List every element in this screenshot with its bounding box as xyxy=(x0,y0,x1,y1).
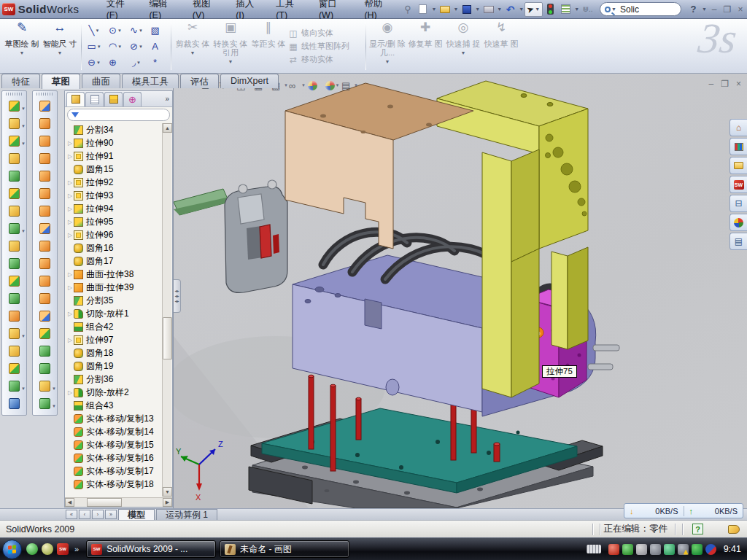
measure-icon[interactable]: ▼ xyxy=(2,394,26,412)
document-tab[interactable]: 运动算例 1 xyxy=(156,509,217,520)
helix-spiral-icon[interactable]: ▼ xyxy=(33,394,57,412)
part-sprue-insert[interactable] xyxy=(225,180,287,292)
sketch-fillet-icon[interactable]: ◞▼ xyxy=(126,55,147,71)
tab-nav-button[interactable]: ‹ xyxy=(79,510,90,519)
mirror-entities-button[interactable]: ◫镜向实体 xyxy=(287,27,363,40)
thicken-icon[interactable]: ▼ xyxy=(33,324,57,342)
sync-icon[interactable] xyxy=(664,544,675,555)
options-icon[interactable] xyxy=(558,2,573,16)
feature-tree-item[interactable]: ▷ 曲面-拉伸39 xyxy=(66,281,161,294)
feature-tree-item[interactable]: ▷ 圆角16 xyxy=(66,241,161,254)
network-warning-icon[interactable] xyxy=(678,544,689,555)
feature-tree-item[interactable]: ▷ 实体-移动/复制16 xyxy=(66,451,161,464)
scroll-up-icon[interactable]: ▲ xyxy=(163,123,172,133)
feature-tree-item[interactable]: ▷ 实体-移动/复制18 xyxy=(66,478,161,491)
graphics-viewport[interactable]: φ xyxy=(173,74,747,508)
dropdown-arrow-icon[interactable]: ▼ xyxy=(20,49,25,58)
tree-horizontal-scrollbar[interactable]: ◀ ▶ xyxy=(65,497,172,507)
expand-arrow-icon[interactable]: ▷ xyxy=(66,389,74,396)
start-button[interactable] xyxy=(2,540,22,559)
keyboard-layout-icon[interactable] xyxy=(587,545,601,553)
scroll-left-icon[interactable]: ◀ xyxy=(65,498,74,507)
part-top-clamp-plate[interactable] xyxy=(285,83,473,249)
feature-tree-item[interactable]: ▷ 曲面-拉伸38 xyxy=(66,268,161,281)
expand-arrow-icon[interactable]: ▷ xyxy=(66,219,74,225)
command-tab[interactable]: 模具工具 xyxy=(122,74,179,88)
feature-tree-item[interactable]: ▷ 拉伸92 xyxy=(66,176,161,189)
feature-tree-item[interactable]: ▷ 切除-放样1 xyxy=(66,307,161,320)
trim-entities-button[interactable]: ✂ 剪裁实 体 ▼ xyxy=(174,21,212,71)
helix-icon[interactable]: ▼ xyxy=(2,377,26,394)
point-icon[interactable]: *▼ xyxy=(147,55,169,71)
feature-tree-item[interactable]: ▷ 圆角18 xyxy=(66,346,161,359)
ellipse-icon[interactable]: ⊘▼ xyxy=(126,39,147,55)
view-palette-icon[interactable]: ⊟ xyxy=(729,195,747,212)
scroll-down-icon[interactable]: ▼ xyxy=(163,487,172,497)
smart-dimension-button[interactable]: ↔ 智能尺 寸 ▼ xyxy=(41,21,79,71)
featuremanager-tree-tab[interactable] xyxy=(66,92,85,106)
feature-tree-item[interactable]: ▷ 实体-移动/复制15 xyxy=(66,438,161,451)
open-icon[interactable] xyxy=(437,2,452,16)
shell-icon[interactable]: ▼ xyxy=(2,184,26,202)
search-dropdown-icon[interactable]: ▼ xyxy=(611,7,616,12)
volume-icon[interactable] xyxy=(650,544,661,555)
lofted-boss-icon[interactable]: ▼ xyxy=(2,167,26,184)
network-speed-widget[interactable]: ↓ 0KB/S ↑ 0KB/S xyxy=(624,503,743,518)
part-handle[interactable] xyxy=(174,189,229,215)
linear-pattern-icon[interactable]: ▼ xyxy=(2,219,26,237)
feature-tree-item[interactable]: ▷ 拉伸91 xyxy=(66,149,161,163)
boundary-surface-icon[interactable]: ▼ xyxy=(33,167,57,184)
expand-arrow-icon[interactable]: ▷ xyxy=(66,179,74,186)
offset-surface-icon[interactable]: ▼ xyxy=(33,184,57,202)
toolbar-gripper[interactable] xyxy=(36,93,53,96)
hole-wizard-icon[interactable]: ▼ xyxy=(2,202,26,219)
feature-tree-item[interactable]: ▷ 圆角19 xyxy=(66,359,161,373)
split-icon[interactable]: ▼ xyxy=(2,272,26,289)
pushpin-icon[interactable]: ⚲ xyxy=(400,2,415,16)
expand-arrow-icon[interactable]: ▷ xyxy=(66,140,74,147)
help-dropdown-icon[interactable]: ▼ xyxy=(702,7,707,12)
solidworks-resources-icon[interactable]: ⌂ xyxy=(729,119,747,136)
clock[interactable]: 9:41 xyxy=(724,544,741,554)
undo-dropdown-icon[interactable]: ▼ xyxy=(519,7,524,12)
save-icon[interactable] xyxy=(459,2,474,16)
lofted-surface-icon[interactable]: ▼ xyxy=(33,149,57,167)
feature-tree-item[interactable]: ▷ 实体-移动/复制14 xyxy=(66,425,161,438)
search-box[interactable]: ▼ Solic xyxy=(600,2,681,16)
dome-icon[interactable]: ▼ xyxy=(33,359,57,377)
repair-sketch-button[interactable]: ✚ 修复草 图 ▼ xyxy=(406,21,444,71)
messenger-icon[interactable] xyxy=(26,543,38,555)
extruded-cut-icon[interactable]: ▼ xyxy=(2,114,26,132)
doc-close-button[interactable]: × xyxy=(736,79,741,89)
expand-arrow-icon[interactable]: ▷ xyxy=(66,232,74,238)
messenger-status-icon[interactable] xyxy=(705,544,716,555)
extend-surface-icon[interactable]: ▼ xyxy=(33,237,57,254)
extruded-surface-icon[interactable]: ▼ xyxy=(33,132,57,149)
display-delete-relations-button[interactable]: ◉ 显示/删 除几... ▼ xyxy=(368,21,406,71)
arc-icon[interactable]: ◠▼ xyxy=(105,39,126,55)
solidworks-search-icon[interactable]: SW xyxy=(729,176,747,193)
move-entities-button[interactable]: ⇄移动实体 xyxy=(287,53,363,66)
command-tab[interactable]: 评估 xyxy=(180,74,219,88)
expand-arrow-icon[interactable]: ▷ xyxy=(66,284,74,291)
hscroll-thumb[interactable] xyxy=(87,498,122,507)
convert-entities-button[interactable]: ▣ 转换实 体引用 ▼ xyxy=(212,21,249,71)
combine-icon[interactable]: ▼ xyxy=(2,289,26,307)
apply-scene-icon[interactable]: ▼ xyxy=(324,78,341,93)
view-settings-icon[interactable]: ▤ ▼ xyxy=(341,78,359,93)
insert-part-icon[interactable]: ▼ xyxy=(2,342,26,359)
expand-arrow-icon[interactable]: ▷ xyxy=(66,311,74,317)
circle-icon[interactable]: ⊙▼ xyxy=(105,23,126,39)
tab-nav-button[interactable]: › xyxy=(92,510,104,519)
swept-boss-icon[interactable]: ▼ xyxy=(2,149,26,167)
reference-geometry-icon[interactable]: ▼ xyxy=(2,359,26,377)
linear-sketch-pattern-button[interactable]: ▦线性草图阵列 xyxy=(287,40,363,53)
propertymanager-tab[interactable] xyxy=(85,92,104,106)
feature-tree-item[interactable]: ▷ 分割34 xyxy=(66,123,161,136)
untrim-surface-icon[interactable]: ▼ xyxy=(33,272,57,289)
rib-icon[interactable]: ▼ xyxy=(2,237,26,254)
select-tool[interactable]: ➤▼ xyxy=(525,2,543,17)
tab-nav-button[interactable]: » xyxy=(105,510,117,519)
knit-surface-icon[interactable]: ▼ xyxy=(33,289,57,307)
draft-icon[interactable]: ▼ xyxy=(2,254,26,272)
